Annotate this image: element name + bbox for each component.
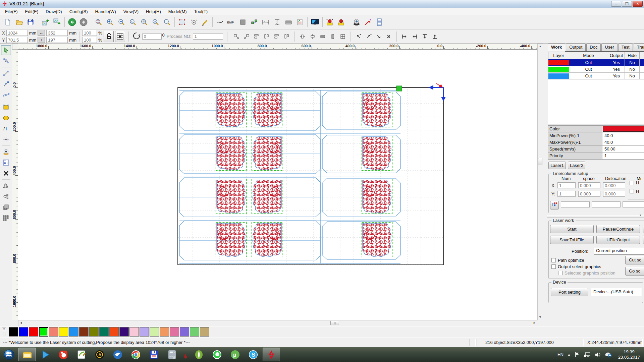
y-dislocation-input[interactable] — [603, 191, 625, 197]
same-size-v-button[interactable] — [328, 32, 338, 42]
horizontal-scroll-thumb[interactable]: ||| — [330, 321, 339, 325]
extra-input-2[interactable] — [592, 201, 621, 207]
scroll-up-arrow[interactable]: ▲ — [538, 44, 543, 49]
checkbox[interactable] — [551, 264, 556, 269]
layer-hide[interactable]: No — [625, 66, 640, 73]
panel-tab[interactable]: User — [601, 44, 617, 51]
tray-volume-icon[interactable] — [595, 352, 601, 358]
array-grid-tool[interactable] — [1, 158, 11, 168]
extra-input-1[interactable] — [561, 201, 590, 207]
laser-work-button[interactable]: Pause/Continue — [596, 225, 640, 233]
panel-tab[interactable]: Work — [548, 44, 565, 52]
zoom-window-icon[interactable] — [93, 16, 104, 28]
color-swatch[interactable] — [119, 327, 129, 337]
scroll-right-arrow[interactable]: ► — [532, 320, 537, 325]
laser-origin-icon[interactable] — [336, 16, 347, 28]
position-dropdown[interactable]: Current position — [594, 247, 644, 255]
lock-ratio-button[interactable] — [104, 31, 114, 42]
device-selector[interactable]: Device---(USB:Auto) — [591, 288, 642, 296]
zoom-all-icon[interactable] — [139, 16, 150, 28]
node-group-icon[interactable] — [249, 16, 260, 28]
laser-file-button[interactable]: UFileOutput — [596, 236, 640, 244]
taskbar-utorrent[interactable]: µ — [226, 348, 244, 361]
mirror-horizontal-button[interactable]: ↔ — [38, 30, 45, 36]
color-swatch[interactable] — [200, 327, 209, 337]
measure-h-icon[interactable] — [260, 16, 271, 28]
taskbar-save-tool[interactable] — [145, 348, 163, 361]
x-mirror-checkbox[interactable] — [630, 181, 634, 185]
y-position-input[interactable] — [6, 37, 28, 43]
color-swatch[interactable] — [140, 327, 149, 337]
y-num-input[interactable] — [557, 191, 576, 197]
align-right-button[interactable] — [241, 32, 252, 42]
vertical-scroll-thumb[interactable] — [538, 158, 542, 165]
taskbar-flame-icon[interactable] — [181, 350, 190, 359]
layer-hide[interactable]: No — [625, 59, 640, 66]
laser-work-button[interactable]: Stop — [643, 225, 644, 233]
panel-tab[interactable]: Output — [566, 44, 586, 51]
taskbar-thunderbird[interactable] — [109, 348, 126, 361]
dock-top-button[interactable] — [420, 32, 430, 42]
bestow-button[interactable] — [550, 201, 559, 209]
layer-mode[interactable]: Cut — [569, 73, 608, 79]
menu-item[interactable]: Help(H) — [142, 8, 165, 15]
panel-tab[interactable]: Doc — [586, 44, 601, 51]
layer-row[interactable]: Cut Yes No — [548, 59, 644, 66]
mirror-vertical-button[interactable]: ↕ — [38, 37, 45, 43]
tray-clock[interactable]: 19:39 23.05.2017 — [618, 349, 643, 360]
color-swatch[interactable] — [180, 327, 189, 337]
line-tool[interactable] — [1, 68, 11, 78]
taskbar-chrome[interactable] — [127, 348, 145, 361]
taskbar-explorer[interactable] — [18, 348, 36, 361]
zoom-page-icon[interactable]: D — [127, 16, 139, 28]
process-no-input[interactable] — [193, 34, 223, 40]
scroll-down-arrow[interactable]: ▼ — [538, 315, 543, 320]
align-top-button[interactable] — [252, 32, 262, 42]
tray-expand-icon[interactable]: ▲ — [568, 353, 571, 356]
mirror-horizontal-tool[interactable] — [1, 181, 11, 191]
color-swatch[interactable] — [89, 327, 99, 337]
rotate-angle-input[interactable] — [142, 34, 162, 40]
laser-work-button[interactable]: Start — [550, 225, 594, 233]
zoom-tool-icon[interactable] — [161, 16, 173, 28]
menu-item[interactable]: Tool(T) — [191, 8, 211, 15]
width-input[interactable] — [46, 30, 68, 36]
color-swatch[interactable] — [109, 327, 119, 337]
delete-tool[interactable] — [1, 168, 11, 178]
color-swatch[interactable] — [69, 327, 78, 337]
same-width-button[interactable] — [298, 32, 308, 42]
taskbar-gom-player[interactable] — [55, 348, 72, 361]
close-button[interactable]: × — [633, 1, 643, 7]
checkbox[interactable] — [558, 271, 562, 275]
layer-mode[interactable]: Cut — [569, 59, 608, 66]
import-icon[interactable] — [40, 16, 51, 28]
text-tool[interactable]: fI — [1, 124, 11, 134]
set-origin-tool[interactable] — [1, 202, 11, 212]
export-icon[interactable] — [51, 16, 63, 28]
color-swatch[interactable] — [190, 327, 199, 337]
move-bottom-right-button[interactable] — [374, 32, 384, 42]
checklist-icon[interactable] — [294, 16, 306, 28]
laser-file-button[interactable]: SaveToUFile — [550, 236, 594, 244]
color-swatch[interactable] — [9, 327, 18, 337]
same-size-button[interactable] — [338, 32, 348, 42]
maximize-button[interactable]: ❐ — [622, 1, 632, 7]
height-input[interactable] — [46, 37, 68, 43]
extra-input-3[interactable] — [623, 201, 644, 207]
color-swatch[interactable] — [59, 327, 68, 337]
minimize-button[interactable]: – — [611, 1, 621, 7]
menu-item[interactable]: View(V) — [120, 8, 142, 15]
menu-item[interactable]: File(F) — [1, 8, 21, 15]
rotate-tool-icon[interactable] — [188, 16, 199, 28]
menu-item[interactable]: Draw(D) — [42, 8, 65, 15]
zoom-out-icon[interactable] — [116, 16, 127, 28]
taskbar-media-player[interactable] — [37, 348, 54, 361]
edit-pen-icon[interactable] — [199, 16, 211, 28]
panel-tab[interactable]: Transf — [634, 44, 644, 51]
panel-tab[interactable]: Test — [618, 44, 633, 51]
menu-item[interactable]: Config(S) — [66, 8, 92, 15]
layer-output[interactable]: Yes — [608, 66, 625, 73]
layer-color-swatch[interactable] — [548, 67, 569, 72]
param-list-icon[interactable] — [374, 16, 385, 28]
layer-color-swatch[interactable] — [548, 60, 569, 65]
